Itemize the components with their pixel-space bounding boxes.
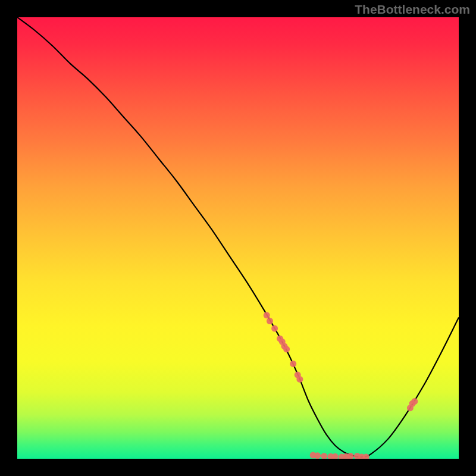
data-point xyxy=(283,346,290,352)
bottleneck-curve xyxy=(17,17,459,457)
scatter-points xyxy=(264,312,418,459)
chart-svg xyxy=(17,17,459,459)
data-point xyxy=(411,398,418,405)
watermark-text: TheBottleneck.com xyxy=(355,2,470,17)
data-point xyxy=(296,376,303,383)
data-point xyxy=(314,452,321,459)
data-point xyxy=(264,312,270,318)
data-point xyxy=(363,454,369,459)
data-point xyxy=(290,361,296,367)
data-point xyxy=(321,453,327,459)
data-point xyxy=(271,325,278,332)
plot-area xyxy=(17,17,459,459)
data-point xyxy=(267,318,273,324)
